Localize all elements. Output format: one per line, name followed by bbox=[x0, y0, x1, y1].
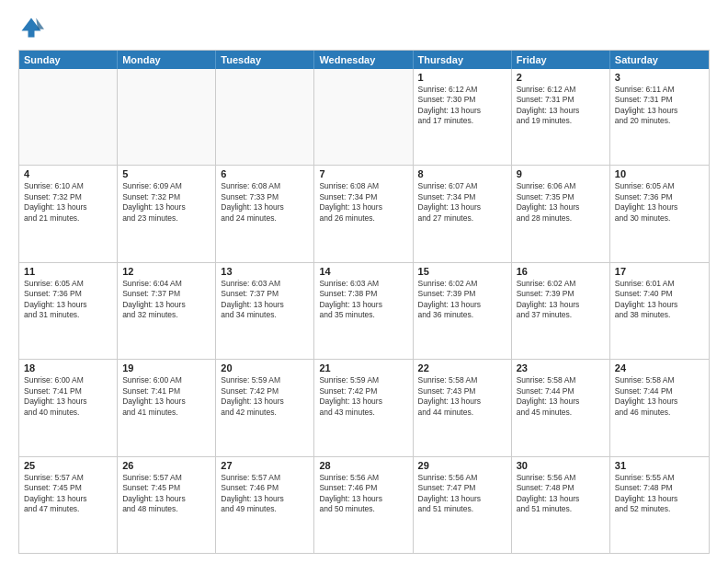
day-number: 11 bbox=[24, 266, 112, 277]
header-day-monday: Monday bbox=[118, 51, 216, 69]
day-info: Sunrise: 6:03 AM Sunset: 7:37 PM Dayligh… bbox=[221, 279, 309, 321]
day-cell-16: 16Sunrise: 6:02 AM Sunset: 7:39 PM Dayli… bbox=[512, 263, 610, 359]
day-number: 20 bbox=[221, 362, 309, 373]
day-info: Sunrise: 5:58 AM Sunset: 7:44 PM Dayligh… bbox=[517, 375, 605, 418]
day-info: Sunrise: 6:04 AM Sunset: 7:37 PM Dayligh… bbox=[122, 279, 210, 321]
day-info: Sunrise: 6:09 AM Sunset: 7:32 PM Dayligh… bbox=[122, 181, 210, 224]
day-cell-3: 3Sunrise: 6:11 AM Sunset: 7:31 PM Daylig… bbox=[610, 69, 709, 165]
day-cell-29: 29Sunrise: 5:56 AM Sunset: 7:47 PM Dayli… bbox=[414, 457, 512, 553]
day-cell-31: 31Sunrise: 5:55 AM Sunset: 7:48 PM Dayli… bbox=[610, 457, 709, 553]
day-info: Sunrise: 6:11 AM Sunset: 7:31 PM Dayligh… bbox=[615, 85, 704, 127]
day-number: 27 bbox=[221, 460, 309, 471]
day-cell-5: 5Sunrise: 6:09 AM Sunset: 7:32 PM Daylig… bbox=[118, 166, 216, 261]
day-cell-11: 11Sunrise: 6:05 AM Sunset: 7:36 PM Dayli… bbox=[19, 263, 118, 359]
calendar-body: 1Sunrise: 6:12 AM Sunset: 7:30 PM Daylig… bbox=[19, 69, 709, 553]
empty-cell bbox=[314, 69, 413, 165]
calendar-header: SundayMondayTuesdayWednesdayThursdayFrid… bbox=[19, 51, 709, 69]
day-number: 18 bbox=[24, 362, 112, 373]
day-info: Sunrise: 6:02 AM Sunset: 7:39 PM Dayligh… bbox=[418, 279, 506, 321]
day-cell-27: 27Sunrise: 5:57 AM Sunset: 7:46 PM Dayli… bbox=[216, 457, 314, 553]
day-number: 19 bbox=[122, 362, 210, 373]
day-number: 5 bbox=[122, 168, 210, 179]
day-number: 24 bbox=[615, 362, 704, 373]
day-cell-24: 24Sunrise: 5:58 AM Sunset: 7:44 PM Dayli… bbox=[610, 360, 709, 455]
day-cell-30: 30Sunrise: 5:56 AM Sunset: 7:48 PM Dayli… bbox=[512, 457, 610, 553]
day-info: Sunrise: 5:59 AM Sunset: 7:42 PM Dayligh… bbox=[221, 375, 309, 418]
week-row-3: 11Sunrise: 6:05 AM Sunset: 7:36 PM Dayli… bbox=[19, 262, 709, 359]
day-cell-15: 15Sunrise: 6:02 AM Sunset: 7:39 PM Dayli… bbox=[414, 263, 512, 359]
day-number: 9 bbox=[517, 168, 605, 179]
day-number: 22 bbox=[418, 362, 506, 373]
day-info: Sunrise: 5:57 AM Sunset: 7:46 PM Dayligh… bbox=[221, 473, 309, 515]
day-info: Sunrise: 6:01 AM Sunset: 7:40 PM Dayligh… bbox=[615, 279, 704, 321]
logo-icon bbox=[18, 15, 44, 40]
day-info: Sunrise: 6:00 AM Sunset: 7:41 PM Dayligh… bbox=[122, 375, 210, 418]
header bbox=[18, 15, 710, 40]
day-cell-8: 8Sunrise: 6:07 AM Sunset: 7:34 PM Daylig… bbox=[414, 166, 512, 261]
day-info: Sunrise: 5:56 AM Sunset: 7:46 PM Dayligh… bbox=[319, 473, 407, 515]
day-number: 14 bbox=[319, 266, 407, 277]
day-number: 10 bbox=[615, 168, 704, 179]
day-number: 1 bbox=[418, 72, 506, 83]
day-number: 21 bbox=[319, 362, 407, 373]
day-info: Sunrise: 6:05 AM Sunset: 7:36 PM Dayligh… bbox=[615, 181, 704, 224]
day-cell-12: 12Sunrise: 6:04 AM Sunset: 7:37 PM Dayli… bbox=[118, 263, 216, 359]
day-info: Sunrise: 5:55 AM Sunset: 7:48 PM Dayligh… bbox=[615, 473, 704, 515]
day-number: 13 bbox=[221, 266, 309, 277]
empty-cell bbox=[216, 69, 314, 165]
day-info: Sunrise: 5:57 AM Sunset: 7:45 PM Dayligh… bbox=[122, 473, 210, 515]
day-info: Sunrise: 6:12 AM Sunset: 7:31 PM Dayligh… bbox=[517, 85, 605, 127]
logo bbox=[18, 15, 48, 40]
day-info: Sunrise: 6:12 AM Sunset: 7:30 PM Dayligh… bbox=[418, 85, 506, 127]
day-number: 6 bbox=[221, 168, 309, 179]
day-info: Sunrise: 5:57 AM Sunset: 7:45 PM Dayligh… bbox=[24, 473, 112, 515]
day-info: Sunrise: 5:58 AM Sunset: 7:43 PM Dayligh… bbox=[418, 375, 506, 418]
day-cell-9: 9Sunrise: 6:06 AM Sunset: 7:35 PM Daylig… bbox=[512, 166, 610, 261]
day-cell-2: 2Sunrise: 6:12 AM Sunset: 7:31 PM Daylig… bbox=[512, 69, 610, 165]
day-info: Sunrise: 6:07 AM Sunset: 7:34 PM Dayligh… bbox=[418, 181, 506, 224]
day-cell-25: 25Sunrise: 5:57 AM Sunset: 7:45 PM Dayli… bbox=[19, 457, 118, 553]
day-info: Sunrise: 5:56 AM Sunset: 7:48 PM Dayligh… bbox=[517, 473, 605, 515]
day-number: 31 bbox=[615, 460, 704, 471]
day-cell-21: 21Sunrise: 5:59 AM Sunset: 7:42 PM Dayli… bbox=[314, 360, 413, 455]
day-info: Sunrise: 5:56 AM Sunset: 7:47 PM Dayligh… bbox=[418, 473, 506, 515]
day-cell-28: 28Sunrise: 5:56 AM Sunset: 7:46 PM Dayli… bbox=[314, 457, 413, 553]
day-number: 16 bbox=[517, 266, 605, 277]
day-number: 12 bbox=[122, 266, 210, 277]
week-row-2: 4Sunrise: 6:10 AM Sunset: 7:32 PM Daylig… bbox=[19, 165, 709, 261]
day-number: 23 bbox=[517, 362, 605, 373]
day-cell-10: 10Sunrise: 6:05 AM Sunset: 7:36 PM Dayli… bbox=[610, 166, 709, 261]
day-cell-22: 22Sunrise: 5:58 AM Sunset: 7:43 PM Dayli… bbox=[414, 360, 512, 455]
day-number: 15 bbox=[418, 266, 506, 277]
day-info: Sunrise: 6:02 AM Sunset: 7:39 PM Dayligh… bbox=[517, 279, 605, 321]
day-cell-14: 14Sunrise: 6:03 AM Sunset: 7:38 PM Dayli… bbox=[314, 263, 413, 359]
day-number: 8 bbox=[418, 168, 506, 179]
header-day-friday: Friday bbox=[512, 51, 610, 69]
day-cell-17: 17Sunrise: 6:01 AM Sunset: 7:40 PM Dayli… bbox=[610, 263, 709, 359]
header-day-saturday: Saturday bbox=[610, 51, 709, 69]
day-info: Sunrise: 6:08 AM Sunset: 7:33 PM Dayligh… bbox=[221, 181, 309, 224]
day-cell-6: 6Sunrise: 6:08 AM Sunset: 7:33 PM Daylig… bbox=[216, 166, 314, 261]
day-number: 17 bbox=[615, 266, 704, 277]
header-day-thursday: Thursday bbox=[414, 51, 512, 69]
day-cell-19: 19Sunrise: 6:00 AM Sunset: 7:41 PM Dayli… bbox=[118, 360, 216, 455]
empty-cell bbox=[19, 69, 118, 165]
day-number: 25 bbox=[24, 460, 112, 471]
header-day-sunday: Sunday bbox=[19, 51, 118, 69]
day-number: 30 bbox=[517, 460, 605, 471]
day-cell-13: 13Sunrise: 6:03 AM Sunset: 7:37 PM Dayli… bbox=[216, 263, 314, 359]
day-cell-4: 4Sunrise: 6:10 AM Sunset: 7:32 PM Daylig… bbox=[19, 166, 118, 261]
calendar: SundayMondayTuesdayWednesdayThursdayFrid… bbox=[18, 50, 710, 554]
day-number: 2 bbox=[517, 72, 605, 83]
day-cell-1: 1Sunrise: 6:12 AM Sunset: 7:30 PM Daylig… bbox=[414, 69, 512, 165]
day-number: 3 bbox=[615, 72, 704, 83]
day-cell-18: 18Sunrise: 6:00 AM Sunset: 7:41 PM Dayli… bbox=[19, 360, 118, 455]
day-number: 28 bbox=[319, 460, 407, 471]
header-day-wednesday: Wednesday bbox=[314, 51, 413, 69]
day-info: Sunrise: 6:05 AM Sunset: 7:36 PM Dayligh… bbox=[24, 279, 112, 321]
empty-cell bbox=[118, 69, 216, 165]
day-info: Sunrise: 6:08 AM Sunset: 7:34 PM Dayligh… bbox=[319, 181, 407, 224]
day-info: Sunrise: 5:59 AM Sunset: 7:42 PM Dayligh… bbox=[319, 375, 407, 418]
day-cell-23: 23Sunrise: 5:58 AM Sunset: 7:44 PM Dayli… bbox=[512, 360, 610, 455]
week-row-5: 25Sunrise: 5:57 AM Sunset: 7:45 PM Dayli… bbox=[19, 456, 709, 553]
